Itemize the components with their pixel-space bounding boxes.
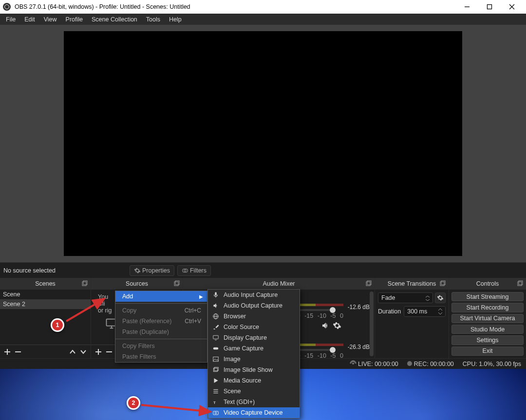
gear-icon [437,294,444,301]
annotation-arrow-1 [62,296,111,323]
svg-rect-12 [175,281,179,285]
svg-rect-33 [213,368,217,372]
remove-source-button[interactable] [105,347,113,356]
menu-file[interactable]: File [1,15,20,24]
ctx-audio-input-capture[interactable]: Audio Input Capture [208,290,300,300]
undock-icon[interactable] [173,280,180,287]
undock-icon[interactable] [517,280,524,287]
transition-settings-button[interactable] [435,292,446,303]
duration-input[interactable]: 300 ms [404,306,446,317]
svg-rect-6 [82,282,86,286]
undock-icon[interactable] [81,280,88,287]
move-scene-up-button[interactable] [68,347,77,356]
annotation-arrow-2 [139,400,217,415]
menubar: File Edit View Profile Scene Collection … [0,14,526,25]
move-scene-down-button[interactable] [79,347,88,356]
transitions-dock: Scene Transitions Fade Duration 300 [375,278,449,358]
chevron-updown-icon [438,308,442,315]
add-source-submenu: Audio Input Capture Audio Output Capture… [207,289,300,419]
svg-rect-20 [367,281,371,285]
start-virtual-camera-button[interactable]: Start Virtual Camera [451,314,524,323]
svg-rect-7 [83,281,87,285]
preview-canvas[interactable] [64,31,462,256]
properties-label: Properties [142,267,170,274]
menu-scene-collection[interactable]: Scene Collection [87,15,142,24]
filters-label: Filters [190,267,207,274]
ctx-add[interactable]: Add▶ [115,291,207,302]
ctx-video-capture-device[interactable]: Video Capture Device [208,407,300,418]
obs-logo-icon [3,3,11,11]
overlap-icon [182,267,188,274]
minimize-button[interactable] [456,0,478,14]
ctx-media-source[interactable]: Media Source [208,375,300,386]
studio-mode-button[interactable]: Studio Mode [451,325,524,334]
speaker-icon[interactable] [321,321,330,330]
settings-button[interactable]: Settings [451,335,524,345]
mixer-db-label: -26.3 dB [348,344,370,350]
controls-title: Controls [476,280,499,287]
ctx-display-capture[interactable]: Display Capture [208,332,300,343]
gamepad-icon [212,345,220,352]
menu-profile[interactable]: Profile [61,15,87,24]
add-source-button[interactable] [94,347,103,356]
gear-icon[interactable] [333,321,341,330]
undock-icon[interactable] [439,280,446,287]
svg-line-45 [141,405,210,412]
window-title: OBS 27.0.1 (64-bit, windows) - Profile: … [15,3,456,10]
svg-point-25 [352,363,354,365]
filters-button[interactable]: Filters [177,265,211,276]
ctx-paste-filters: Paste Filters [115,351,207,362]
status-live: LIVE: 00:00:00 [350,360,398,367]
mixer-scrollbar[interactable] [370,292,374,356]
start-recording-button[interactable]: Start Recording [451,303,524,312]
svg-rect-32 [213,357,219,361]
ctx-separator [115,339,207,339]
ctx-image[interactable]: Image [208,354,300,365]
image-icon [212,355,220,363]
svg-marker-35 [214,378,218,383]
menu-help[interactable]: Help [165,15,186,24]
duration-value: 300 ms [407,308,427,315]
preview-area [0,25,526,262]
svg-rect-1 [488,5,492,9]
mixer-db-label: -12.6 dB [348,304,370,310]
svg-rect-34 [214,367,218,371]
add-scene-button[interactable] [3,347,12,356]
ctx-audio-output-capture[interactable]: Audio Output Capture [208,300,300,311]
svg-rect-24 [519,281,523,285]
sources-title: Sources [126,280,148,287]
ctx-scene[interactable]: Scene [208,386,300,397]
menu-view[interactable]: View [39,15,61,24]
broadcast-icon [350,360,357,367]
ctx-copy-filters: Copy Filters [115,341,207,351]
svg-rect-11 [174,282,178,286]
ctx-separator [115,303,207,304]
menu-edit[interactable]: Edit [20,15,39,24]
record-dot-icon [407,361,412,366]
transition-select[interactable]: Fade [378,292,433,303]
scenes-title: Scenes [35,280,56,287]
ctx-paste-reference: Paste (Reference)Ctrl+V [115,316,207,327]
status-rec: REC: 00:00:00 [407,361,454,367]
svg-rect-23 [518,282,522,286]
brush-icon [212,323,220,331]
remove-scene-button[interactable] [14,347,22,356]
svg-line-43 [66,299,104,321]
maximize-button[interactable] [478,0,501,14]
ctx-text-gdi[interactable]: TText (GDI+) [208,397,300,407]
start-streaming-button[interactable]: Start Streaming [451,292,524,301]
ctx-game-capture[interactable]: Game Capture [208,343,300,354]
gear-icon [134,267,141,274]
ctx-browser[interactable]: Browser [208,311,300,322]
source-status: No source selected [2,267,130,274]
menu-tools[interactable]: Tools [142,15,165,24]
exit-button[interactable]: Exit [451,347,524,356]
globe-icon [212,312,220,320]
close-button[interactable] [501,0,523,14]
svg-rect-19 [366,282,370,286]
chevron-right-icon: ▶ [199,294,203,299]
undock-icon[interactable] [365,280,372,287]
ctx-color-source[interactable]: Color Source [208,322,300,332]
properties-button[interactable]: Properties [130,265,174,276]
ctx-image-slide-show[interactable]: Image Slide Show [208,365,300,375]
